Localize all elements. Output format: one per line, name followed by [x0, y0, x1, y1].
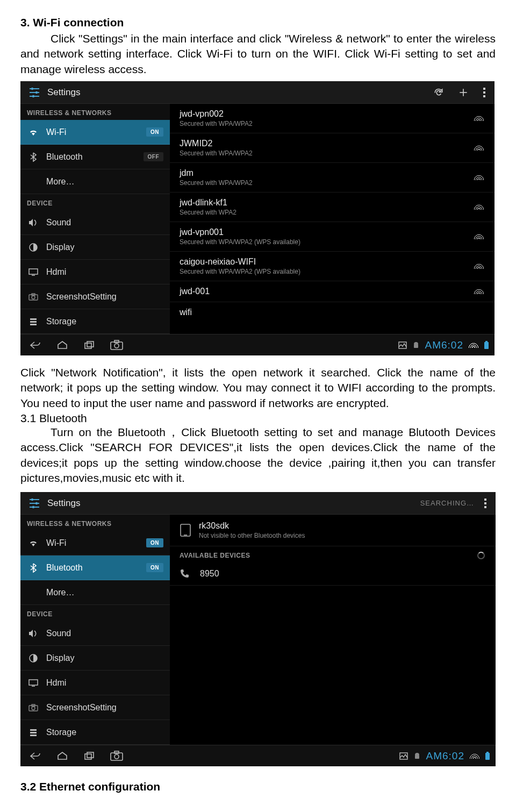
svg-rect-53: [114, 751, 119, 753]
svg-rect-35: [484, 498, 486, 501]
wifi-signal-icon: [474, 143, 484, 153]
category-device-header: DEVICE: [20, 194, 170, 210]
svg-point-34: [32, 506, 34, 508]
wifi-network-row[interactable]: jwd-vpn001Secured with WPA/WPA2 (WPS ava…: [170, 222, 494, 252]
svg-rect-45: [30, 732, 37, 733]
svg-rect-30: [30, 503, 39, 504]
wifi-network-row[interactable]: jwd-dlink-kf1Secured with WPA2: [170, 193, 494, 222]
settings-sidebar: WIRELESS & NETWORKS Wi-Fi ON Bluetooth O…: [20, 515, 170, 745]
system-navbar: AM6:02: [20, 745, 496, 766]
svg-rect-56: [485, 753, 490, 760]
svg-rect-50: [87, 752, 94, 758]
recent-apps-icon[interactable]: [84, 341, 95, 350]
wifi-signal-icon: [474, 173, 484, 182]
add-icon[interactable]: [458, 87, 469, 98]
sidebar-item-bluetooth[interactable]: Bluetooth ON: [20, 555, 170, 580]
category-wireless-header: WIRELESS & NETWORKS: [20, 515, 170, 531]
sidebar-item-storage[interactable]: Storage: [20, 309, 170, 334]
svg-rect-39: [29, 680, 38, 685]
sidebar-item-hdmi[interactable]: Hdmi: [20, 671, 170, 695]
svg-rect-18: [30, 321, 37, 323]
svg-rect-46: [30, 735, 37, 736]
searching-status: SEARCHING…: [420, 499, 474, 507]
subsection-heading-bluetooth: 3.1 Bluetooth: [20, 412, 496, 425]
svg-rect-55: [415, 755, 419, 759]
hdmi-icon: [27, 268, 40, 276]
wifi-status-icon: [470, 751, 479, 760]
bluetooth-found-device[interactable]: 8950: [170, 562, 496, 586]
back-icon[interactable]: [29, 752, 41, 760]
sidebar-item-screenshot[interactable]: ScreenshotSetting: [20, 695, 170, 720]
wifi-signal-icon: [474, 287, 484, 296]
settings-title: Settings: [47, 87, 433, 98]
svg-rect-37: [484, 506, 486, 508]
sidebar-item-bluetooth[interactable]: Bluetooth OFF: [20, 145, 170, 169]
picture-status-icon: [399, 752, 408, 760]
sidebar-item-wifi[interactable]: Wi-Fi ON: [20, 120, 170, 145]
sidebar-item-more[interactable]: More…: [20, 580, 170, 605]
wifi-network-row[interactable]: jwd-001: [170, 281, 494, 302]
wifi-signal-icon: [474, 113, 484, 123]
hdmi-icon: [27, 679, 40, 687]
wifi-signal-icon: [474, 232, 484, 241]
svg-rect-57: [486, 752, 489, 753]
paragraph-wifi-intro: Click "Settings" in the main interface a…: [20, 31, 496, 77]
camera-icon: [27, 293, 40, 301]
svg-rect-17: [30, 318, 37, 320]
sidebar-item-display[interactable]: Display: [20, 646, 170, 671]
home-icon[interactable]: [57, 341, 68, 350]
overflow-menu-icon[interactable]: [483, 87, 486, 98]
sidebar-item-storage[interactable]: Storage: [20, 720, 170, 745]
storage-icon: [27, 317, 40, 326]
wifi-network-row[interactable]: jwd-vpn002Secured with WPA/WPA2: [170, 104, 494, 133]
sidebar-item-sound[interactable]: Sound: [20, 210, 170, 235]
svg-rect-44: [30, 729, 37, 731]
back-icon[interactable]: [29, 341, 41, 350]
refresh-icon[interactable]: [433, 87, 444, 98]
bluetooth-toggle-off[interactable]: OFF: [144, 152, 164, 161]
screenshot-wifi-settings: Settings WIRELESS & NETWORKS Wi-Fi ON: [20, 81, 494, 355]
bluetooth-toggle-on[interactable]: ON: [146, 563, 163, 572]
overflow-menu-icon[interactable]: [484, 498, 487, 509]
wifi-toggle-on[interactable]: ON: [146, 127, 163, 137]
camera-icon: [27, 704, 40, 711]
settings-sidebar: WIRELESS & NETWORKS Wi-Fi ON Bluetooth O…: [20, 104, 170, 334]
recent-apps-icon[interactable]: [84, 752, 95, 760]
paragraph-network-notification: Click "Network Notification", it lists t…: [20, 365, 496, 411]
sidebar-item-screenshot[interactable]: ScreenshotSetting: [20, 284, 170, 309]
svg-point-23: [114, 344, 119, 348]
sidebar-item-more[interactable]: More…: [20, 169, 170, 194]
wifi-network-row[interactable]: wifi: [170, 302, 494, 323]
category-wireless-header: WIRELESS & NETWORKS: [20, 104, 170, 120]
screenshot-shortcut-icon[interactable]: [110, 340, 124, 351]
display-icon: [27, 243, 40, 252]
sound-icon: [27, 218, 40, 227]
svg-point-3: [31, 87, 33, 89]
sidebar-item-wifi[interactable]: Wi-Fi ON: [20, 531, 170, 555]
settings-sliders-icon: [27, 85, 42, 100]
phone-icon: [180, 569, 192, 579]
wifi-network-row[interactable]: caigou-neixiao-WIFISecured with WPA/WPA2…: [170, 252, 494, 281]
svg-point-52: [114, 754, 119, 759]
home-icon[interactable]: [57, 752, 68, 760]
svg-point-42: [32, 707, 35, 710]
settings-title: Settings: [47, 498, 420, 509]
wifi-network-row[interactable]: JWMID2Secured with WPA/WPA2: [170, 133, 494, 163]
svg-rect-10: [483, 95, 485, 97]
sidebar-item-display[interactable]: Display: [20, 235, 170, 260]
svg-rect-9: [483, 91, 485, 94]
sidebar-item-sound[interactable]: Sound: [20, 621, 170, 646]
wifi-status-icon: [469, 340, 478, 350]
sidebar-item-hdmi[interactable]: Hdmi: [20, 260, 170, 284]
svg-point-5: [32, 95, 34, 97]
screenshot-shortcut-icon[interactable]: [110, 751, 124, 761]
wifi-network-row[interactable]: jdmSecured with WPA/WPA2: [170, 163, 494, 193]
wifi-toggle-on[interactable]: ON: [146, 538, 163, 547]
bluetooth-self-device[interactable]: rk30sdk Not visible to other Bluetooth d…: [170, 515, 496, 546]
bluetooth-icon: [27, 563, 40, 573]
android-status-icon: [413, 752, 421, 760]
svg-point-4: [35, 91, 38, 93]
settings-topbar: Settings: [20, 81, 494, 104]
svg-rect-26: [414, 344, 418, 348]
paragraph-bluetooth: Turn on the Bluetooth，Click Bluetooth se…: [20, 425, 496, 486]
